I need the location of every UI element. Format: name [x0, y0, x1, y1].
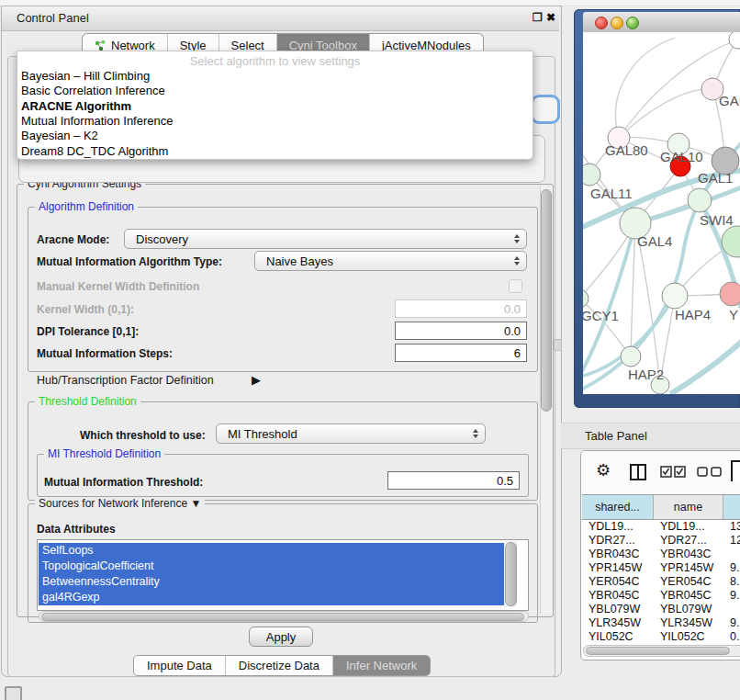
algorithm-option[interactable]: Bayesian – K2	[21, 129, 98, 142]
table-window: ⚙ shared...name YDL19...YDL19...13YDR27.…	[580, 450, 740, 660]
split-columns-icon[interactable]	[629, 463, 647, 481]
network-window-titlebar[interactable]	[583, 12, 740, 33]
table-row[interactable]: YLR345WYLR345W9.	[582, 616, 740, 630]
table-row[interactable]: YPR145WYPR145W9.	[582, 561, 740, 575]
algorithm-option[interactable]: ARACNE Algorithm	[21, 99, 131, 113]
bottom-tab-discretize-data[interactable]: Discretize Data	[226, 656, 333, 675]
algorithm-definition-legend: Algorithm Definition	[35, 200, 138, 213]
algorithm-dropdown-popup: Select algorithm to view settings Bayesi…	[17, 51, 533, 160]
float-panel-icon[interactable]: ❐	[533, 11, 543, 24]
table-row[interactable]: YER054CYER054C8.	[582, 575, 740, 589]
attr-list-vthumb[interactable]	[505, 542, 517, 606]
column-header-shared...[interactable]: shared...	[582, 495, 654, 519]
node-hap2[interactable]	[621, 346, 641, 367]
node-swi4[interactable]	[688, 188, 712, 212]
table-cell: YBR045C	[654, 589, 723, 603]
close-panel-icon[interactable]: ✖	[546, 11, 555, 24]
table-cell: YLR345W	[654, 616, 723, 630]
table-toolbar: ⚙	[581, 451, 740, 493]
table-cell	[723, 603, 740, 616]
node-hap4[interactable]	[662, 283, 688, 309]
table-cell: YLR345W	[582, 616, 654, 630]
node-label-gal1: GAL1	[698, 170, 733, 186]
apply-button[interactable]: Apply	[249, 627, 313, 647]
node-label-y: Y	[729, 307, 738, 322]
data-attribute-item[interactable]: TopologicalCoefficient	[39, 559, 507, 574]
node-label-gal11: GAL11	[590, 186, 633, 201]
algorithm-option[interactable]: Bayesian – Hill Climbing	[21, 69, 150, 83]
mi-type-label: Mutual Information Algorithm Type:	[37, 255, 222, 268]
table-cell: YIL052C	[582, 630, 654, 644]
which-threshold-combo[interactable]: MI Threshold	[216, 423, 486, 444]
table-row[interactable]: YBL079WYBL079W	[582, 603, 740, 616]
data-attributes-list[interactable]: SelfLoopsTopologicalCoefficientBetweenne…	[37, 539, 529, 611]
gear-icon[interactable]: ⚙	[596, 460, 611, 480]
deselect-all-columns-icon[interactable]	[697, 467, 723, 478]
node-gal11[interactable]	[583, 164, 600, 186]
aracne-mode-combo[interactable]: Discovery	[124, 229, 527, 249]
aracne-mode-label: Aracne Mode:	[37, 233, 109, 246]
data-attribute-item[interactable]: gal4RGexp	[39, 590, 507, 605]
mi-threshold-field[interactable]	[387, 471, 520, 490]
app-root: Control Panel ❐ ✖ NetworkStyleSelectCyni…	[0, 0, 740, 700]
bottom-tab-impute-data[interactable]: Impute Data	[134, 656, 226, 675]
node-label-gcy1: GCY1	[583, 308, 619, 323]
table-row[interactable]: YDL19...YDL19...13	[582, 520, 740, 534]
kernel-width-field[interactable]	[395, 299, 527, 318]
panel-divider-handle[interactable]	[554, 339, 562, 351]
table-cell: YBR043C	[654, 548, 723, 561]
collapsed-panel-button[interactable]	[5, 686, 22, 700]
mi-steps-label: Mutual Information Steps:	[37, 347, 173, 360]
manual-kernel-label: Manual Kernel Width Definition	[37, 280, 199, 293]
network-edge	[619, 89, 712, 138]
dpi-tolerance-field[interactable]	[395, 322, 527, 340]
table-header-row: shared...name	[582, 494, 740, 520]
data-attribute-item[interactable]: SelfLoops	[39, 543, 507, 559]
dpi-tolerance-label: DPI Tolerance [0,1]:	[37, 325, 139, 338]
algorithm-option[interactable]: Basic Correlation Inference	[21, 84, 165, 97]
column-header-cut[interactable]	[723, 495, 740, 519]
attr-list-vscrollbar[interactable]	[504, 541, 517, 607]
column-header-name[interactable]: name	[654, 495, 723, 519]
mi-threshold-label: Mutual Information Threshold:	[44, 476, 203, 489]
table-cell: YBR043C	[582, 548, 654, 561]
hidden-focused-combo-fragment	[531, 95, 560, 124]
stepper-arrows-icon	[473, 429, 478, 438]
table-row[interactable]: YIL052CYIL052C0.	[582, 630, 740, 644]
node-gcy1[interactable]	[583, 289, 589, 308]
hub-definition-label[interactable]: Hub/Transcription Factor Definition	[37, 374, 214, 387]
mi-steps-field[interactable]	[395, 344, 527, 362]
mi-type-value: Naive Bayes	[266, 254, 333, 268]
table-hscrollbar[interactable]	[583, 645, 740, 657]
attr-list-hthumb[interactable]	[41, 613, 524, 621]
algorithm-option[interactable]: Mutual Information Inference	[21, 114, 173, 128]
table-cell: YPR145W	[654, 561, 723, 575]
settings-scrollbar-thumb[interactable]	[541, 189, 552, 412]
network-canvas[interactable]: GALGAL80GAL10GAL1GAL11SWI4GAL4GCY1HAP4YH…	[583, 32, 740, 394]
table-cell: YER054C	[582, 575, 654, 589]
bottom-tab-infer-network[interactable]: Infer Network	[333, 656, 430, 675]
manual-kernel-checkbox[interactable]	[509, 279, 522, 293]
table-row[interactable]: YBR043CYBR043C	[582, 548, 740, 561]
table-hthumb[interactable]	[586, 647, 730, 655]
data-attribute-item[interactable]: BetweennessCentrality	[39, 574, 507, 590]
node-partial-top[interactable]	[729, 32, 740, 49]
select-all-columns-icon[interactable]	[660, 466, 688, 479]
settings-vertical-scrollbar[interactable]	[540, 186, 552, 614]
table-cell: YIL052C	[654, 630, 723, 644]
document-icon[interactable]	[730, 459, 740, 481]
attr-list-hscrollbar[interactable]	[39, 611, 529, 622]
algorithm-option[interactable]: Dream8 DC_TDC Algorithm	[21, 144, 168, 158]
kernel-width-label: Kernel Width (0,1):	[37, 303, 134, 316]
node-pink-right[interactable]	[720, 282, 740, 306]
sources-legend: Sources for Network Inference ▼	[35, 497, 205, 510]
table-row[interactable]: YBR045CYBR045C9.	[582, 589, 740, 603]
network-graph[interactable]: GALGAL80GAL10GAL1GAL11SWI4GAL4GCY1HAP4YH…	[583, 32, 740, 394]
mi-type-combo[interactable]: Naive Bayes	[254, 251, 527, 271]
table-row[interactable]: YDR27...YDR27...12	[582, 534, 740, 548]
minimize-traffic-light-icon[interactable]	[611, 17, 623, 29]
close-traffic-light-icon[interactable]	[595, 17, 608, 29]
zoom-traffic-light-icon[interactable]	[626, 17, 639, 29]
hub-expand-arrow-icon[interactable]: ▶	[252, 373, 261, 387]
sources-collapse-arrow-icon[interactable]: ▼	[190, 497, 201, 510]
